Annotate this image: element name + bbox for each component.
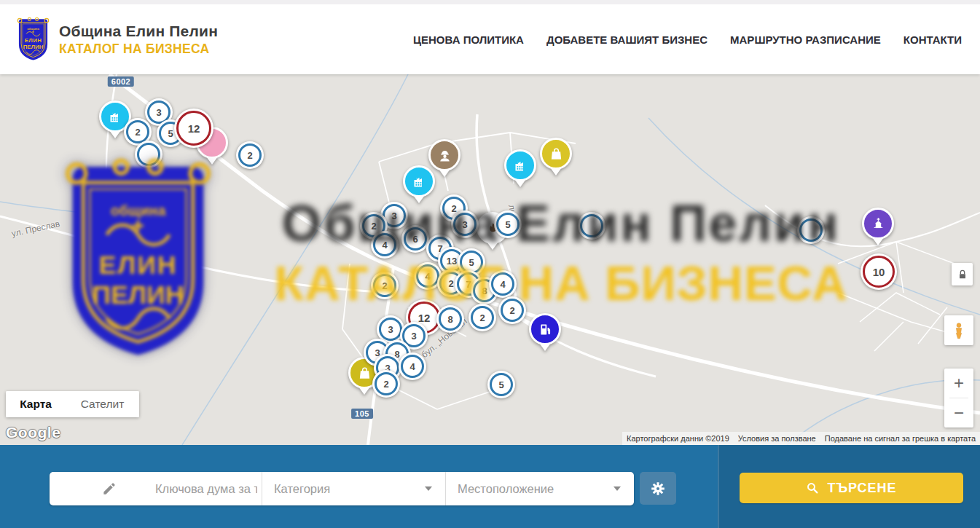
report-map-error-link[interactable]: Подаване на сигнал за грешка в картата <box>820 434 980 443</box>
map-cluster-marker[interactable] <box>135 141 162 168</box>
gear-icon <box>649 480 667 497</box>
map-data-copyright: Картографски данни ©2019 <box>622 434 734 443</box>
road-number-label: 105 <box>351 409 373 419</box>
nav-add-your-business[interactable]: ДОБАВЕТЕ ВАШИЯТ БИЗНЕС <box>546 34 707 46</box>
map-cluster-marker[interactable]: 2 <box>236 141 264 169</box>
map-cluster-marker[interactable]: 5 <box>494 210 522 238</box>
map-pin-church[interactable] <box>862 208 894 247</box>
map-cluster-marker[interactable]: 4 <box>489 270 517 298</box>
map-canvas[interactable]: ул. Преславбул. „Новоселлци“600210532512… <box>0 74 980 445</box>
crest-line1-text: ЕЛИН <box>25 37 42 44</box>
map-pin-fuel[interactable] <box>529 313 561 352</box>
map-cluster-marker[interactable]: 2 <box>372 370 400 398</box>
map-cluster-marker[interactable]: 3 <box>451 210 479 238</box>
location-select[interactable]: Местоположение <box>446 472 634 505</box>
lock-button[interactable] <box>952 263 973 285</box>
search-fields: Категория Местоположение <box>50 472 634 505</box>
zoom-out-button[interactable]: − <box>944 398 973 427</box>
zoom-in-button[interactable]: + <box>944 369 973 398</box>
map-pin-shopping-bag[interactable] <box>540 138 572 177</box>
site-subtitle: КАТАЛОГ НА БИЗНЕСА <box>59 42 218 57</box>
map-type-map-button[interactable]: Карта <box>6 391 66 417</box>
road-number-label: 6002 <box>108 76 134 87</box>
category-select-value: Категория <box>274 482 330 496</box>
search-icon <box>806 481 819 494</box>
map-type-control: Карта Сателит <box>6 391 139 417</box>
keyword-input[interactable] <box>154 481 259 497</box>
search-button-label: ТЪРСЕНЕ <box>827 481 896 496</box>
map-cluster-marker[interactable]: 6 <box>401 225 429 253</box>
main-nav: ЦЕНОВА ПОЛИТИКА ДОБАВЕТЕ ВАШИЯТ БИЗНЕС М… <box>413 34 962 46</box>
site-title: Община Елин Пелин <box>59 23 218 40</box>
brand-text: Община Елин Пелин КАТАЛОГ НА БИЗНЕСА <box>59 23 218 57</box>
nav-route-schedule[interactable]: МАРШРУТНО РАЗПИСАНИЕ <box>730 34 881 46</box>
map-pin-worker[interactable] <box>428 139 460 178</box>
search-button[interactable]: ТЪРСЕНЕ <box>740 473 963 503</box>
map-cluster-marker[interactable]: 4 <box>399 352 426 380</box>
map-cluster-marker[interactable] <box>578 212 605 240</box>
google-logo[interactable]: Google <box>6 424 60 441</box>
page: община ЕЛИН ПЕЛИН Община Елин Пелин КАТА… <box>0 0 980 528</box>
search-panel: Категория Местоположение ТЪРСЕНЕ <box>0 445 980 528</box>
crest-logo-icon: община ЕЛИН ПЕЛИН <box>16 17 50 62</box>
marker-layer: ул. Преславбул. „Новоселлци“600210532512… <box>0 74 980 445</box>
map-cluster-marker[interactable]: 8 <box>436 305 464 333</box>
map-cluster-marker[interactable]: 2 <box>469 304 496 331</box>
keyword-field[interactable] <box>50 472 262 505</box>
map-cluster-marker[interactable]: 4 <box>371 231 399 259</box>
map-cluster-marker[interactable]: 10 <box>861 253 897 290</box>
location-select-value: Местоположение <box>458 482 554 496</box>
map-cluster-marker[interactable]: 2 <box>498 296 526 324</box>
nav-pricing-policy[interactable]: ЦЕНОВА ПОЛИТИКА <box>413 34 524 46</box>
padlock-icon <box>957 268 968 281</box>
street-label: ул. Преслав <box>11 218 61 239</box>
category-select[interactable]: Категория <box>262 472 446 505</box>
map-cluster-marker[interactable]: 12 <box>174 109 213 148</box>
pegman-icon <box>950 321 968 340</box>
terms-of-use-link[interactable]: Условия за ползване <box>734 434 820 443</box>
crest-top-text: община <box>27 27 39 31</box>
map-attribution: Картографски данни ©2019 Условия за полз… <box>622 432 980 445</box>
map-cluster-marker[interactable]: 2 <box>371 272 399 299</box>
settings-button[interactable] <box>640 472 676 505</box>
map-cluster-marker[interactable]: 5 <box>487 371 515 398</box>
site-header: община ЕЛИН ПЕЛИН Община Елин Пелин КАТА… <box>0 0 980 74</box>
map-pin-factory[interactable] <box>504 149 536 189</box>
nav-contacts[interactable]: КОНТАКТИ <box>903 34 962 46</box>
map-cluster-marker[interactable] <box>797 216 825 244</box>
crest-line2-text: ПЕЛИН <box>23 44 44 50</box>
zoom-control: + − <box>944 369 973 427</box>
map-type-satellite-button[interactable]: Сателит <box>66 391 139 417</box>
chevron-down-icon <box>425 486 432 491</box>
pegman-button[interactable] <box>944 315 973 345</box>
site-logo[interactable]: община ЕЛИН ПЕЛИН Община Елин Пелин КАТА… <box>16 17 218 62</box>
chevron-down-icon <box>614 486 621 491</box>
pencil-icon <box>102 482 116 496</box>
